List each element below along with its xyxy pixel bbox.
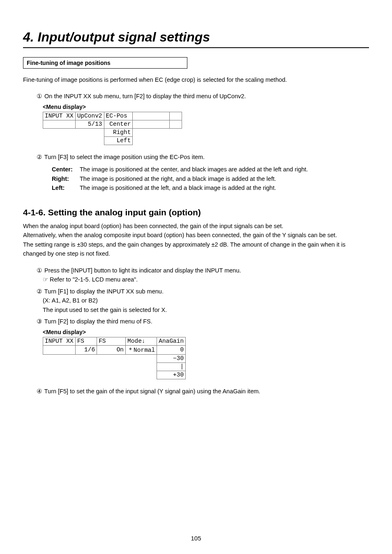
step-number-icon: ① bbox=[35, 92, 43, 101]
chapter-title: 4. Input/output signal settings bbox=[23, 30, 369, 48]
ec-pos-definitions: Center: The image is positioned at the c… bbox=[52, 165, 369, 192]
lcd-menu-upconv2: INPUT XX UpConv2 EC-Pos 5/13 Center Righ… bbox=[43, 112, 182, 145]
lcd-cell bbox=[43, 345, 76, 354]
section-416-para2: Alternatively, when the analog composite… bbox=[23, 231, 369, 240]
lcd-cell: ＊Normal bbox=[126, 345, 157, 354]
def-term: Left: bbox=[52, 183, 80, 192]
section-heading-416: 4-1-6. Setting the analog input gain (op… bbox=[23, 208, 369, 217]
lcd-cell: 1/6 bbox=[75, 345, 97, 354]
step-text: Turn [F3] to select the image position u… bbox=[44, 154, 205, 160]
step-number-icon: ② bbox=[35, 152, 43, 162]
lcd-cell: AnaGain bbox=[157, 337, 186, 345]
section-416-para1: When the analog input board (option) has… bbox=[23, 222, 369, 231]
menu-display-label: <Menu display> bbox=[43, 104, 369, 110]
step-text: Press the [INPUT] button to light its in… bbox=[44, 267, 241, 274]
step-text: On the INPUT XX sub menu, turn [F2] to d… bbox=[44, 93, 246, 99]
lcd-cell bbox=[170, 120, 182, 128]
intro-paragraph-1: Fine-tuning of image positions is perfor… bbox=[23, 75, 369, 84]
lcd-cell: INPUT XX bbox=[43, 337, 76, 345]
lcd-option: Left bbox=[104, 136, 133, 145]
lcd-cell: FS bbox=[75, 337, 97, 345]
step-sub-text: The input used to set the gain is select… bbox=[43, 305, 369, 314]
step-text: Turn [F1] to display the INPUT XX sub me… bbox=[44, 288, 164, 295]
lcd-cell: UpConv2 bbox=[75, 112, 104, 120]
step-sub-text: (X: A1, A2, B1 or B2) bbox=[43, 296, 369, 305]
lcd-cell: 5/13 bbox=[75, 120, 104, 128]
step-a1: ① On the INPUT XX sub menu, turn [F2] to… bbox=[35, 92, 369, 145]
step-number-icon: ③ bbox=[35, 317, 43, 326]
page-number: 105 bbox=[0, 535, 392, 542]
lcd-cell: Center bbox=[104, 120, 133, 128]
lcd-cell bbox=[133, 120, 170, 128]
section-416-para3: The setting range is ±30 steps, and the … bbox=[23, 240, 369, 259]
step-b2: ② Turn [F1] to display the INPUT XX sub … bbox=[35, 287, 369, 314]
reference-link: ☞ Refer to "2-1-5. LCD menu area". bbox=[43, 275, 138, 284]
lcd-cell bbox=[43, 120, 76, 128]
lcd-menu-fs: INPUT XX FS FS Mode↓ AnaGain 1/6 On ＊Nor… bbox=[43, 337, 186, 379]
lcd-cell: On bbox=[97, 345, 126, 354]
step-b3: ③ Turn [F2] to display the third menu of… bbox=[35, 317, 369, 379]
def-desc: The image is positioned at the center, a… bbox=[80, 165, 308, 174]
step-a2: ② Turn [F3] to select the image position… bbox=[35, 152, 369, 193]
lcd-cell: Mode↓ bbox=[126, 337, 157, 345]
lcd-cell bbox=[170, 112, 182, 120]
lcd-cell: FS bbox=[97, 337, 126, 345]
step-text: Turn [F2] to display the third menu of F… bbox=[44, 318, 152, 325]
step-text: Turn [F5] to set the gain of the input s… bbox=[44, 388, 261, 395]
menu-display-label: <Menu display> bbox=[43, 329, 369, 335]
def-term: Center: bbox=[52, 165, 80, 174]
lcd-option: +30 bbox=[157, 371, 186, 379]
lcd-cell: 0 bbox=[157, 345, 186, 354]
lcd-option: | bbox=[157, 362, 186, 371]
def-desc: The image is positioned at the right, an… bbox=[80, 174, 276, 183]
fine-tuning-heading-box: Fine-tuning of image positions bbox=[23, 57, 187, 69]
lcd-cell bbox=[133, 112, 170, 120]
def-desc: The image is positioned at the left, and… bbox=[80, 183, 276, 192]
lcd-option: Right bbox=[104, 128, 133, 136]
def-term: Right: bbox=[52, 174, 80, 183]
lcd-option: −30 bbox=[157, 354, 186, 362]
lcd-cell: INPUT XX bbox=[43, 112, 76, 120]
step-number-icon: ② bbox=[35, 287, 43, 296]
lcd-cell: EC-Pos bbox=[104, 112, 133, 120]
step-number-icon: ① bbox=[35, 266, 43, 275]
step-b1: ① Press the [INPUT] button to light its … bbox=[35, 266, 369, 284]
step-b4: ④ Turn [F5] to set the gain of the input… bbox=[35, 387, 369, 396]
step-number-icon: ④ bbox=[35, 387, 43, 396]
